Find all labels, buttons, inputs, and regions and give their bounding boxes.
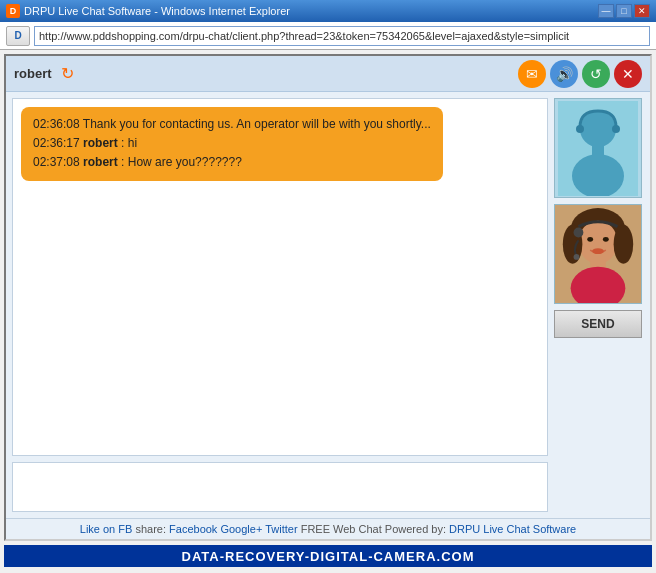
msg-time-2: 02:36:17 (33, 136, 80, 150)
chat-app: robert ↻ ✉ 🔊 ↺ ✕ 02:36:08 Thank you for … (6, 56, 650, 539)
chat-input[interactable] (13, 463, 547, 511)
msg-sender-2: robert (83, 136, 118, 150)
chat-sidebar: SEND (554, 98, 644, 512)
close-chat-button[interactable]: ✕ (614, 60, 642, 88)
title-bar: D DRPU Live Chat Software - Windows Inte… (0, 0, 656, 22)
msg-sender-3: robert (83, 155, 118, 169)
topbar-left: robert ↻ (14, 64, 78, 84)
svg-point-3 (612, 125, 620, 133)
chat-footer: Like on FB share: Facebook Google+ Twitt… (6, 518, 650, 539)
free-webchat-text: FREE Web Chat Powered by: (301, 523, 446, 535)
message-line-2: 02:36:17 robert : hi (33, 134, 431, 153)
minimize-button[interactable]: — (598, 4, 614, 18)
status-bar-text: DATA-RECOVERY-DIGITAL-CAMERA.COM (182, 549, 475, 564)
chat-main: 02:36:08 Thank you for contacting us. An… (12, 98, 548, 512)
chat-messages: 02:36:08 Thank you for contacting us. An… (12, 98, 548, 456)
googleplus-link[interactable]: Google+ (220, 523, 262, 535)
window-title: DRPU Live Chat Software - Windows Intern… (24, 5, 598, 17)
close-window-button[interactable]: ✕ (634, 4, 650, 18)
svg-point-4 (572, 154, 624, 196)
address-input[interactable] (34, 26, 650, 46)
operator-photo (554, 204, 642, 304)
twitter-link[interactable]: Twitter (265, 523, 297, 535)
maximize-button[interactable]: □ (616, 4, 632, 18)
sound-icon-button[interactable]: 🔊 (550, 60, 578, 88)
browser-nav-icon[interactable]: D (6, 26, 30, 46)
browser-icon: D (6, 4, 20, 18)
svg-point-10 (614, 225, 634, 264)
share-text: share: (135, 523, 166, 535)
chat-input-area (12, 462, 548, 512)
refresh-green-button[interactable]: ↺ (582, 60, 610, 88)
msg-text-2: : hi (121, 136, 137, 150)
operator-photo-svg (555, 204, 641, 304)
browser-content: robert ↻ ✉ 🔊 ↺ ✕ 02:36:08 Thank you for … (4, 54, 652, 541)
mail-icon-button[interactable]: ✉ (518, 60, 546, 88)
svg-point-8 (578, 221, 617, 264)
msg-time-3: 02:37:08 (33, 155, 80, 169)
operator-silhouette (558, 101, 638, 196)
svg-point-16 (574, 254, 580, 260)
facebook-link[interactable]: Facebook (169, 523, 217, 535)
svg-point-17 (574, 228, 584, 238)
window-controls: — □ ✕ (598, 4, 650, 18)
svg-point-12 (603, 237, 609, 242)
msg-text-3: : How are you??????? (121, 155, 242, 169)
message-line-3: 02:37:08 robert : How are you??????? (33, 153, 431, 172)
msg-text-1: Thank you for contacting us. An operator… (83, 117, 431, 131)
like-on-fb-link[interactable]: Like on FB (80, 523, 133, 535)
svg-point-1 (580, 111, 616, 147)
address-bar: D (0, 22, 656, 50)
topbar-right: ✉ 🔊 ↺ ✕ (518, 60, 642, 88)
message-line-1: 02:36:08 Thank you for contacting us. An… (33, 115, 431, 134)
chat-bubble: 02:36:08 Thank you for contacting us. An… (21, 107, 443, 181)
msg-time-1: 02:36:08 (33, 117, 80, 131)
svg-point-2 (576, 125, 584, 133)
status-bar: DATA-RECOVERY-DIGITAL-CAMERA.COM (4, 545, 652, 567)
operator-avatar-box (554, 98, 642, 198)
chat-topbar: robert ↻ ✉ 🔊 ↺ ✕ (6, 56, 650, 92)
chat-username: robert (14, 66, 52, 81)
refresh-icon[interactable]: ↻ (58, 64, 78, 84)
svg-point-13 (592, 248, 604, 254)
drpu-link[interactable]: DRPU Live Chat Software (449, 523, 576, 535)
svg-point-11 (587, 237, 593, 242)
send-button[interactable]: SEND (554, 310, 642, 338)
svg-rect-5 (592, 145, 604, 157)
chat-body: 02:36:08 Thank you for contacting us. An… (6, 92, 650, 518)
